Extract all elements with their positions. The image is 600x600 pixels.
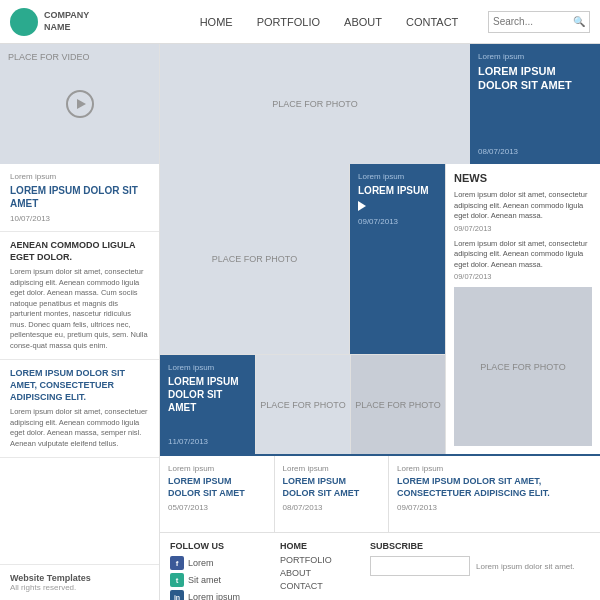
- sidebar-footer-copy: All rights reserved.: [10, 583, 149, 592]
- follow-section: FOLLOW US f Lorem t Sit amet in Lorem ip…: [170, 541, 270, 592]
- main-photo-top: PLACE FOR PHOTO: [160, 44, 470, 164]
- follow-item-1[interactable]: t Sit amet: [170, 573, 270, 587]
- footer-nav-home[interactable]: HOME: [280, 541, 360, 551]
- play-icon: [77, 99, 86, 109]
- news-photo: PLACE FOR PHOTO: [454, 287, 592, 446]
- subscribe-input[interactable]: [370, 556, 470, 576]
- sidebar-card1-date: 10/07/2013: [10, 214, 149, 223]
- featured-tag: Lorem ipsum: [478, 52, 592, 61]
- sidebar-lorem-block: LOREM IPSUM DOLOR SIT AMET, CONSECTETUER…: [0, 360, 159, 458]
- follow-label-0: Lorem: [188, 558, 214, 568]
- news-item1-date: 09/07/2013: [454, 224, 592, 233]
- featured-date: 08/07/2013: [478, 147, 592, 156]
- follow-item-0[interactable]: f Lorem: [170, 556, 270, 570]
- blue-card2-tag: Lorem ipsum: [168, 363, 247, 372]
- blue-card-tag: Lorem ipsum: [358, 172, 437, 181]
- news-column: NEWS Lorem ipsum dolor sit amet, consect…: [445, 164, 600, 454]
- bc2-date: 09/07/2013: [397, 503, 592, 512]
- nav-portfolio[interactable]: PORTFOLIO: [257, 16, 320, 28]
- follow-title: FOLLOW US: [170, 541, 270, 551]
- mid-main: PLACE FOR PHOTO Lorem ipsum LOREM IPSUM …: [160, 164, 445, 454]
- sidebar-article-body: Lorem ipsum dolor sit amet, consectetur …: [10, 267, 149, 351]
- play-button[interactable]: [66, 90, 94, 118]
- footer-nav-portfolio[interactable]: PORTFOLIO: [280, 555, 360, 565]
- blue-card-date: 09/07/2013: [358, 217, 437, 226]
- follow-label-1: Sit amet: [188, 575, 221, 585]
- logo-icon: [10, 8, 38, 36]
- bottom-card-2: Lorem ipsum LOREM IPSUM DOLOR SIT AMET, …: [389, 456, 600, 532]
- sidebar-article-title: AENEAN COMMODO LIGULA EGET DOLOR.: [10, 240, 149, 263]
- nav-contact[interactable]: CONTACT: [406, 16, 458, 28]
- sidebar-lorem-body: Lorem ipsum dolor sit amet, consectetuer…: [10, 407, 149, 449]
- logo-area: COMPANY NAME: [10, 8, 170, 36]
- bottom-card-1: Lorem ipsum LOREM IPSUM DOLOR SIT AMET 0…: [275, 456, 390, 532]
- top-row: PLACE FOR PHOTO Lorem ipsum LOREM IPSUM …: [160, 44, 600, 164]
- search-icon[interactable]: 🔍: [573, 16, 585, 27]
- bc0-tag: Lorem ipsum: [168, 464, 266, 473]
- footer-nav: HOME PORTFOLIO ABOUT CONTACT: [280, 541, 360, 592]
- sidebar-footer: Website Templates All rights reserved.: [0, 564, 159, 600]
- mid-top: PLACE FOR PHOTO Lorem ipsum LOREM IPSUM …: [160, 164, 445, 354]
- logo-text: COMPANY NAME: [44, 10, 89, 33]
- follow-item-2[interactable]: in Lorem ipsum: [170, 590, 270, 600]
- news-item1-text: Lorem ipsum dolor sit amet, consectetur …: [454, 190, 592, 222]
- mid-bottom: Lorem ipsum LOREM IPSUM DOLOR SIT AMET 1…: [160, 354, 445, 454]
- follow-label-2: Lorem ipsum: [188, 592, 240, 600]
- nav-home[interactable]: HOME: [200, 16, 233, 28]
- photo-mid3: PLACE FOR PHOTO: [351, 355, 445, 454]
- bc0-title: LOREM IPSUM DOLOR SIT AMET: [168, 476, 266, 499]
- search-input[interactable]: [493, 16, 573, 27]
- bottom-card-0: Lorem ipsum LOREM IPSUM DOLOR SIT AMET 0…: [160, 456, 275, 532]
- bottom-cards-row: Lorem ipsum LOREM IPSUM DOLOR SIT AMET 0…: [160, 454, 600, 532]
- subscribe-section: SUBSCRIBE Lorem ipsum dolor sit amet.: [370, 541, 590, 592]
- bc2-tag: Lorem ipsum: [397, 464, 592, 473]
- bc1-date: 08/07/2013: [283, 503, 381, 512]
- sidebar-card1-title: LOREM IPSUM DOLOR SIT AMET: [10, 184, 149, 210]
- blue-card-title: LOREM IPSUM: [358, 184, 437, 197]
- subscribe-desc: Lorem ipsum dolor sit amet.: [476, 562, 575, 571]
- facebook-icon: f: [170, 556, 184, 570]
- featured-title: LOREM IPSUM DOLOR SIT AMET: [478, 64, 592, 143]
- sidebar-card-1: Lorem ipsum LOREM IPSUM DOLOR SIT AMET 1…: [0, 164, 159, 232]
- bc0-date: 05/07/2013: [168, 503, 266, 512]
- sidebar-card1-tag: Lorem ipsum: [10, 172, 149, 181]
- photo-mid1: PLACE FOR PHOTO: [160, 164, 350, 354]
- news-title: NEWS: [454, 172, 592, 184]
- blue-card2: Lorem ipsum LOREM IPSUM DOLOR SIT AMET 1…: [160, 355, 255, 454]
- sidebar: PLACE FOR VIDEO Lorem ipsum LOREM IPSUM …: [0, 44, 160, 600]
- blue-card-arrow: [358, 201, 366, 211]
- footer-nav-about[interactable]: ABOUT: [280, 568, 360, 578]
- subscribe-title: SUBSCRIBE: [370, 541, 590, 551]
- sidebar-lorem-title: LOREM IPSUM DOLOR SIT AMET, CONSECTETUER…: [10, 368, 149, 403]
- nav-about[interactable]: ABOUT: [344, 16, 382, 28]
- header: COMPANY NAME HOME PORTFOLIO ABOUT CONTAC…: [0, 0, 600, 44]
- mid-section: PLACE FOR PHOTO Lorem ipsum LOREM IPSUM …: [160, 164, 600, 454]
- news-item2-text: Lorem ipsum dolor sit amet, consectetur …: [454, 239, 592, 271]
- news-item2-date: 09/07/2013: [454, 272, 592, 281]
- sidebar-article: AENEAN COMMODO LIGULA EGET DOLOR. Lorem …: [0, 232, 159, 360]
- news-item-2: Lorem ipsum dolor sit amet, consectetur …: [454, 239, 592, 282]
- blue-card2-title: LOREM IPSUM DOLOR SIT AMET: [168, 375, 247, 433]
- news-item-1: Lorem ipsum dolor sit amet, consectetur …: [454, 190, 592, 233]
- linkedin-icon: in: [170, 590, 184, 600]
- video-block[interactable]: PLACE FOR VIDEO: [0, 44, 159, 164]
- featured-card: Lorem ipsum LOREM IPSUM DOLOR SIT AMET 0…: [470, 44, 600, 164]
- blue-card-mid: Lorem ipsum LOREM IPSUM 09/07/2013: [350, 164, 445, 354]
- bc1-title: LOREM IPSUM DOLOR SIT AMET: [283, 476, 381, 499]
- footer-nav-contact[interactable]: CONTACT: [280, 581, 360, 591]
- bc1-tag: Lorem ipsum: [283, 464, 381, 473]
- blue-card2-date: 11/07/2013: [168, 437, 247, 446]
- footer: FOLLOW US f Lorem t Sit amet in Lorem ip…: [160, 532, 600, 600]
- video-label: PLACE FOR VIDEO: [8, 52, 90, 62]
- navigation: HOME PORTFOLIO ABOUT CONTACT: [170, 16, 488, 28]
- photo-mid2: PLACE FOR PHOTO: [255, 355, 351, 454]
- main-content: PLACE FOR PHOTO Lorem ipsum LOREM IPSUM …: [160, 44, 600, 600]
- bc2-title: LOREM IPSUM DOLOR SIT AMET, CONSECTETUER…: [397, 476, 592, 499]
- twitter-icon: t: [170, 573, 184, 587]
- sidebar-footer-title: Website Templates: [10, 573, 149, 583]
